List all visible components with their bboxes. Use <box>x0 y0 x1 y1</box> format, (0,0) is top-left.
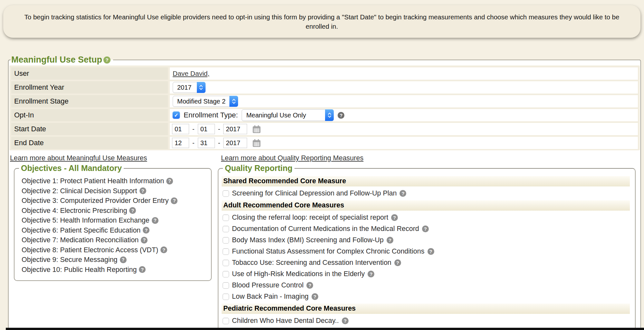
objective-item: Objective 3: Computerized Provider Order… <box>22 196 208 206</box>
measure-help-icon[interactable] <box>394 259 401 266</box>
objective-item: Objective 9: Secure Messaging <box>22 255 208 265</box>
select-stepper-icon <box>325 109 334 121</box>
row-label: Enrollment Year <box>11 81 168 94</box>
measure-help-icon[interactable] <box>342 317 349 324</box>
learn-more-qr-link[interactable]: Learn more about Quality Reporting Measu… <box>221 154 363 162</box>
calendar-icon[interactable] <box>252 139 261 147</box>
end-year-input[interactable] <box>223 138 247 148</box>
row-end-date: End Date - - <box>11 137 638 149</box>
measure-checkbox[interactable] <box>223 260 229 266</box>
quality-measure-item: Children Who Have Dental Decay.. <box>223 316 630 325</box>
end-day-input[interactable] <box>198 138 215 148</box>
measure-checkbox[interactable] <box>223 226 229 232</box>
objective-help-icon[interactable] <box>120 256 127 263</box>
objective-help-icon[interactable] <box>141 237 148 244</box>
row-start-date: Start Date - - <box>11 123 638 135</box>
start-year-input[interactable] <box>223 124 247 134</box>
measure-checkbox[interactable] <box>223 215 229 221</box>
objective-item: Objective 10: Public Health Reporting <box>22 265 208 275</box>
objective-help-icon[interactable] <box>171 197 178 204</box>
row-label: End Date <box>11 137 168 149</box>
quality-measure-item: Low Back Pain - Imaging <box>223 292 630 301</box>
objectives-legend: Objectives - All Mandatory <box>19 164 124 173</box>
objective-item: Objective 1: Protect Patient Health Info… <box>22 176 208 186</box>
section-legend: Meaningful Use Setup <box>11 55 113 65</box>
section-title: Meaningful Use Setup <box>11 55 102 65</box>
measure-help-icon[interactable] <box>428 248 434 255</box>
enrollment-type-label: Enrollment Type: <box>184 111 238 119</box>
end-month-input[interactable] <box>172 138 189 148</box>
objective-item: Objective 6: Patient Specific Education <box>22 225 208 235</box>
objective-help-icon[interactable] <box>160 246 167 253</box>
meaningful-use-setup-section: Meaningful Use Setup User Dave David, En… <box>8 55 641 330</box>
measure-help-icon[interactable] <box>368 271 374 277</box>
objective-item: Objective 2: Clinical Decision Support <box>22 186 208 196</box>
measure-checkbox[interactable] <box>223 282 229 289</box>
enrollment-stage-select[interactable]: Modified Stage 2 <box>173 96 238 107</box>
objective-item: Objective 8: Patient Electronic Access (… <box>22 245 208 255</box>
quality-measure-item: Blood Pressure Control <box>223 281 630 290</box>
quality-measure-item: Screening for Clinical Depression and Fo… <box>223 189 630 198</box>
calendar-icon[interactable] <box>252 125 261 134</box>
measure-help-icon[interactable] <box>306 282 313 289</box>
measure-checkbox[interactable] <box>223 237 229 244</box>
measure-help-icon[interactable] <box>312 293 318 300</box>
quality-group-header: Shared Recommended Core Measure <box>222 176 630 186</box>
objective-item: Objective 7: Medication Reconciliation <box>22 235 208 245</box>
quality-measure-item: Functional Status Assessment for Complex… <box>223 247 630 256</box>
instruction-text: To begin tracking statistics for Meaning… <box>21 12 623 31</box>
measure-help-icon[interactable] <box>399 190 406 197</box>
select-stepper-icon <box>197 82 206 93</box>
row-enrollment-stage: Enrollment Stage Modified Stage 2 <box>11 95 638 107</box>
measure-checkbox[interactable] <box>223 318 229 324</box>
row-user: User Dave David, <box>11 67 638 80</box>
objective-help-icon[interactable] <box>152 217 159 224</box>
measure-help-icon[interactable] <box>391 214 398 221</box>
measure-checkbox[interactable] <box>223 271 229 277</box>
row-label: Start Date <box>11 123 168 135</box>
objective-item: Objective 4: Electronic Prescribing <box>22 206 208 216</box>
quality-group-header: Pediatric Recommended Core Measures <box>222 304 630 314</box>
row-label: Enrollment Stage <box>11 95 168 107</box>
section-help-icon[interactable] <box>103 56 111 64</box>
row-label: User <box>11 67 168 80</box>
quality-measure-item: Body Mass Index (BMI) Screening and Foll… <box>223 236 630 245</box>
quality-measure-item: Closing the referral loop: receipt of sp… <box>223 213 630 222</box>
objective-help-icon[interactable] <box>129 207 136 214</box>
user-link[interactable]: Dave David, <box>173 70 209 77</box>
measure-help-icon[interactable] <box>422 225 429 232</box>
measure-help-icon[interactable] <box>387 237 393 244</box>
start-month-input[interactable] <box>172 124 189 134</box>
start-day-input[interactable] <box>198 124 215 134</box>
quality-group-header: Adult Recommended Core Measures <box>222 200 630 211</box>
objective-help-icon[interactable] <box>143 227 149 234</box>
select-stepper-icon <box>229 96 238 107</box>
row-opt-in: Opt-In Enrollment Type: Meaningful Use O… <box>11 109 638 121</box>
objective-item: Objective 5: Health Information Exchange <box>22 215 208 225</box>
measure-checkbox[interactable] <box>223 248 229 255</box>
enrollment-type-help-icon[interactable] <box>338 112 344 119</box>
learn-more-mu-link[interactable]: Learn more about Meaningful Use Measures <box>10 154 147 162</box>
enrollment-type-select[interactable]: Meaningful Use Only <box>242 109 334 121</box>
objectives-section: Objectives - All Mandatory Objective 1: … <box>14 164 212 281</box>
row-enrollment-year: Enrollment Year 2017 <box>11 81 638 94</box>
quality-reporting-section: Quality Reporting Shared Recommended Cor… <box>218 164 636 330</box>
row-label: Opt-In <box>11 109 168 121</box>
setup-table: User Dave David, Enrollment Year 2017 En… <box>9 65 640 150</box>
window-bottom-edge <box>6 328 644 330</box>
instruction-banner: To begin tracking statistics for Meaning… <box>3 5 640 38</box>
enrollment-year-select[interactable]: 2017 <box>173 82 206 93</box>
quality-legend: Quality Reporting <box>223 164 294 173</box>
quality-measure-item: Use of High-Risk Medications in the Elde… <box>223 270 630 278</box>
opt-in-checkbox[interactable] <box>173 112 180 119</box>
objective-help-icon[interactable] <box>139 266 146 273</box>
objective-help-icon[interactable] <box>139 187 146 194</box>
quality-measure-item: Documentation of Current Medications in … <box>223 225 630 233</box>
objective-help-icon[interactable] <box>166 178 173 185</box>
measure-checkbox[interactable] <box>223 190 229 197</box>
learn-more-row: Learn more about Meaningful Use Measures… <box>9 154 640 162</box>
quality-measure-item: Tobacco Use: Screening and Cessation Int… <box>223 258 630 267</box>
measure-checkbox[interactable] <box>223 294 229 300</box>
